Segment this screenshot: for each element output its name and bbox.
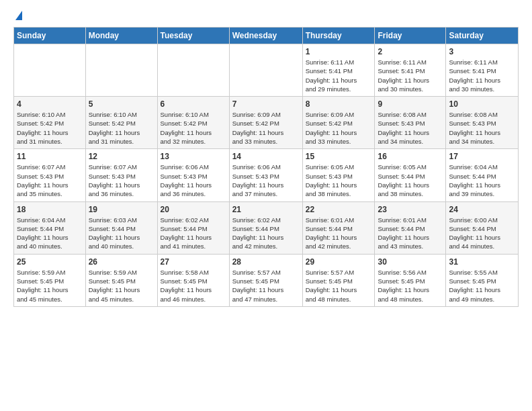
- day-number: 23: [378, 205, 443, 214]
- day-number: 9: [378, 99, 443, 109]
- day-number: 18: [17, 205, 83, 214]
- day-info: Sunrise: 5:59 AMSunset: 5:45 PMDaylight:…: [89, 268, 154, 304]
- calendar-cell: 15Sunrise: 6:05 AMSunset: 5:43 PMDayligh…: [302, 149, 375, 201]
- day-number: 16: [378, 152, 443, 161]
- day-info: Sunrise: 5:59 AMSunset: 5:45 PMDaylight:…: [17, 268, 83, 304]
- day-info: Sunrise: 6:06 AMSunset: 5:43 PMDaylight:…: [161, 163, 226, 198]
- day-info: Sunrise: 6:03 AMSunset: 5:44 PMDaylight:…: [89, 216, 154, 251]
- day-info: Sunrise: 5:56 AMSunset: 5:45 PMDaylight:…: [378, 268, 443, 304]
- day-number: 19: [89, 205, 154, 214]
- calendar-header-wednesday: Wednesday: [229, 28, 302, 44]
- calendar-cell: 16Sunrise: 6:05 AMSunset: 5:44 PMDayligh…: [375, 149, 446, 201]
- calendar-cell: 13Sunrise: 6:06 AMSunset: 5:43 PMDayligh…: [157, 149, 229, 201]
- calendar-header-saturday: Saturday: [446, 28, 519, 44]
- calendar-cell: 21Sunrise: 6:02 AMSunset: 5:44 PMDayligh…: [229, 201, 302, 254]
- calendar-cell: 29Sunrise: 5:57 AMSunset: 5:45 PMDayligh…: [302, 254, 375, 306]
- day-info: Sunrise: 6:01 AMSunset: 5:44 PMDaylight:…: [306, 216, 372, 251]
- day-info: Sunrise: 5:58 AMSunset: 5:45 PMDaylight:…: [161, 268, 226, 304]
- day-info: Sunrise: 5:55 AMSunset: 5:45 PMDaylight:…: [449, 268, 515, 304]
- day-info: Sunrise: 6:04 AMSunset: 5:44 PMDaylight:…: [449, 163, 515, 198]
- day-number: 15: [306, 152, 372, 161]
- calendar-cell: 1Sunrise: 6:11 AMSunset: 5:41 PMDaylight…: [302, 44, 375, 97]
- day-info: Sunrise: 6:05 AMSunset: 5:44 PMDaylight:…: [378, 163, 443, 198]
- day-number: 30: [378, 257, 443, 267]
- calendar-cell: 22Sunrise: 6:01 AMSunset: 5:44 PMDayligh…: [302, 201, 375, 254]
- calendar-week-2: 4Sunrise: 6:10 AMSunset: 5:42 PMDaylight…: [14, 97, 519, 149]
- calendar-header-thursday: Thursday: [302, 28, 375, 44]
- calendar-cell: 7Sunrise: 6:09 AMSunset: 5:42 PMDaylight…: [229, 97, 302, 149]
- day-number: 7: [232, 99, 300, 109]
- calendar-cell: 18Sunrise: 6:04 AMSunset: 5:44 PMDayligh…: [14, 201, 86, 254]
- day-info: Sunrise: 6:10 AMSunset: 5:42 PMDaylight:…: [161, 110, 226, 146]
- day-number: 27: [161, 257, 226, 267]
- calendar-cell: 20Sunrise: 6:02 AMSunset: 5:44 PMDayligh…: [157, 201, 229, 254]
- calendar-cell: 26Sunrise: 5:59 AMSunset: 5:45 PMDayligh…: [85, 254, 157, 306]
- calendar-body: 1Sunrise: 6:11 AMSunset: 5:41 PMDaylight…: [14, 44, 519, 307]
- calendar-cell: 31Sunrise: 5:55 AMSunset: 5:45 PMDayligh…: [446, 254, 519, 306]
- calendar-cell: 30Sunrise: 5:56 AMSunset: 5:45 PMDayligh…: [375, 254, 446, 306]
- day-info: Sunrise: 6:02 AMSunset: 5:44 PMDaylight:…: [161, 216, 226, 251]
- day-info: Sunrise: 6:02 AMSunset: 5:44 PMDaylight:…: [232, 216, 300, 251]
- day-info: Sunrise: 6:10 AMSunset: 5:42 PMDaylight:…: [89, 110, 154, 146]
- day-info: Sunrise: 6:11 AMSunset: 5:41 PMDaylight:…: [306, 58, 372, 93]
- calendar-cell: 10Sunrise: 6:08 AMSunset: 5:43 PMDayligh…: [446, 97, 519, 149]
- day-info: Sunrise: 6:07 AMSunset: 5:43 PMDaylight:…: [17, 163, 83, 198]
- calendar-cell: 19Sunrise: 6:03 AMSunset: 5:44 PMDayligh…: [85, 201, 157, 254]
- day-number: 24: [449, 205, 515, 214]
- day-number: 29: [306, 257, 372, 267]
- page-header: [13, 11, 519, 20]
- day-number: 25: [17, 257, 83, 267]
- day-number: 28: [232, 257, 300, 267]
- day-info: Sunrise: 6:01 AMSunset: 5:44 PMDaylight:…: [378, 216, 443, 251]
- day-number: 6: [161, 99, 226, 109]
- calendar-cell: 3Sunrise: 6:11 AMSunset: 5:41 PMDaylight…: [446, 44, 519, 97]
- day-number: 12: [89, 152, 154, 161]
- day-info: Sunrise: 5:57 AMSunset: 5:45 PMDaylight:…: [306, 268, 372, 304]
- calendar-header-sunday: Sunday: [14, 28, 86, 44]
- calendar-header-friday: Friday: [375, 28, 446, 44]
- day-info: Sunrise: 6:06 AMSunset: 5:43 PMDaylight:…: [232, 163, 300, 198]
- day-info: Sunrise: 6:00 AMSunset: 5:44 PMDaylight:…: [449, 216, 515, 251]
- day-info: Sunrise: 6:09 AMSunset: 5:42 PMDaylight:…: [306, 110, 372, 146]
- day-info: Sunrise: 6:09 AMSunset: 5:42 PMDaylight:…: [232, 110, 300, 146]
- day-number: 2: [378, 47, 443, 56]
- calendar-cell: 9Sunrise: 6:08 AMSunset: 5:43 PMDaylight…: [375, 97, 446, 149]
- logo-triangle-icon: [15, 11, 22, 20]
- calendar-header-tuesday: Tuesday: [157, 28, 229, 44]
- day-number: 21: [232, 205, 300, 214]
- day-number: 31: [449, 257, 515, 267]
- day-info: Sunrise: 5:57 AMSunset: 5:45 PMDaylight:…: [232, 268, 300, 304]
- day-info: Sunrise: 6:08 AMSunset: 5:43 PMDaylight:…: [449, 110, 515, 146]
- calendar-cell: 4Sunrise: 6:10 AMSunset: 5:42 PMDaylight…: [14, 97, 86, 149]
- calendar-cell: [229, 44, 302, 97]
- day-info: Sunrise: 6:05 AMSunset: 5:43 PMDaylight:…: [306, 163, 372, 198]
- day-number: 5: [89, 99, 154, 109]
- calendar-cell: 5Sunrise: 6:10 AMSunset: 5:42 PMDaylight…: [85, 97, 157, 149]
- calendar-cell: 28Sunrise: 5:57 AMSunset: 5:45 PMDayligh…: [229, 254, 302, 306]
- day-info: Sunrise: 6:04 AMSunset: 5:44 PMDaylight:…: [17, 216, 83, 251]
- calendar-week-5: 25Sunrise: 5:59 AMSunset: 5:45 PMDayligh…: [14, 254, 519, 306]
- calendar-cell: 11Sunrise: 6:07 AMSunset: 5:43 PMDayligh…: [14, 149, 86, 201]
- calendar-cell: 8Sunrise: 6:09 AMSunset: 5:42 PMDaylight…: [302, 97, 375, 149]
- day-info: Sunrise: 6:08 AMSunset: 5:43 PMDaylight:…: [378, 110, 443, 146]
- day-number: 26: [89, 257, 154, 267]
- calendar-cell: [157, 44, 229, 97]
- calendar-cell: 23Sunrise: 6:01 AMSunset: 5:44 PMDayligh…: [375, 201, 446, 254]
- day-number: 11: [17, 152, 83, 161]
- day-info: Sunrise: 6:11 AMSunset: 5:41 PMDaylight:…: [378, 58, 443, 93]
- day-info: Sunrise: 6:07 AMSunset: 5:43 PMDaylight:…: [89, 163, 154, 198]
- day-number: 10: [449, 99, 515, 109]
- day-number: 14: [232, 152, 300, 161]
- day-number: 8: [306, 99, 372, 109]
- calendar-cell: 12Sunrise: 6:07 AMSunset: 5:43 PMDayligh…: [85, 149, 157, 201]
- calendar-cell: 2Sunrise: 6:11 AMSunset: 5:41 PMDaylight…: [375, 44, 446, 97]
- day-number: 22: [306, 205, 372, 214]
- calendar-week-1: 1Sunrise: 6:11 AMSunset: 5:41 PMDaylight…: [14, 44, 519, 97]
- calendar-cell: [14, 44, 86, 97]
- calendar-cell: 6Sunrise: 6:10 AMSunset: 5:42 PMDaylight…: [157, 97, 229, 149]
- calendar-cell: 17Sunrise: 6:04 AMSunset: 5:44 PMDayligh…: [446, 149, 519, 201]
- day-number: 3: [449, 47, 515, 56]
- day-info: Sunrise: 6:11 AMSunset: 5:41 PMDaylight:…: [449, 58, 515, 93]
- calendar-cell: [85, 44, 157, 97]
- calendar-header-row: SundayMondayTuesdayWednesdayThursdayFrid…: [14, 28, 519, 44]
